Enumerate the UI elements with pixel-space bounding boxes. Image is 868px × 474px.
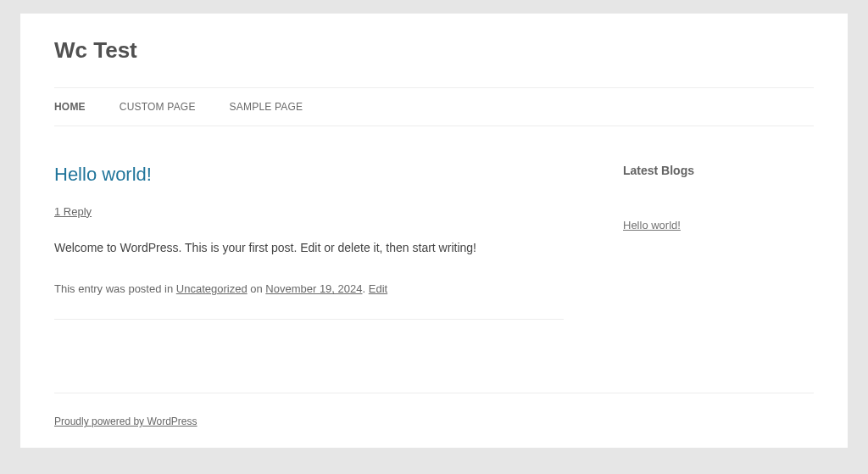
post-title-link[interactable]: Hello world! [54, 164, 152, 185]
widget-latest-blogs: Latest Blogs Hello world! [623, 164, 814, 235]
sidebar: Latest Blogs Hello world! [623, 164, 814, 325]
widget-title: Latest Blogs [623, 164, 814, 177]
post-meta-prefix: This entry was posted in [54, 282, 176, 295]
list-item: Hello world! [623, 216, 814, 235]
post-date-link[interactable]: November 19, 2024 [265, 282, 362, 295]
post-meta-period: . [363, 282, 369, 295]
post-meta-on: on [248, 282, 266, 295]
site-body: Hello world! 1 Reply Welcome to WordPres… [54, 126, 814, 325]
site-title: Wc Test [54, 37, 814, 87]
site-header: Wc Test Home Custom Page Sample Page [54, 14, 814, 126]
post-edit-link[interactable]: Edit [369, 282, 387, 295]
post-body: Welcome to WordPress. This is your first… [54, 238, 564, 259]
nav-link-sample-page[interactable]: Sample Page [213, 88, 320, 125]
post-footer-rule [54, 319, 564, 320]
main-nav: Home Custom Page Sample Page [54, 87, 814, 126]
post-comments: 1 Reply [54, 205, 564, 218]
nav-link-home[interactable]: Home [54, 88, 103, 125]
page-wrapper: Wc Test Home Custom Page Sample Page Hel… [20, 14, 848, 448]
post-comments-link[interactable]: 1 Reply [54, 205, 92, 218]
post: Hello world! 1 Reply Welcome to WordPres… [54, 164, 564, 320]
widget-list: Hello world! [623, 216, 814, 235]
latest-blog-link[interactable]: Hello world! [623, 219, 681, 231]
nav-item-home[interactable]: Home [54, 88, 103, 125]
main-content: Hello world! 1 Reply Welcome to WordPres… [54, 164, 564, 325]
nav-item-sample-page[interactable]: Sample Page [213, 88, 320, 125]
post-category-link[interactable]: Uncategorized [176, 282, 248, 295]
post-meta: This entry was posted in Uncategorized o… [54, 278, 564, 300]
nav-item-custom-page[interactable]: Custom Page [103, 88, 213, 125]
footer-credit-link[interactable]: Proudly powered by WordPress [54, 415, 198, 427]
site-title-link[interactable]: Wc Test [54, 37, 137, 63]
nav-link-custom-page[interactable]: Custom Page [103, 88, 213, 125]
post-title: Hello world! [54, 164, 564, 186]
site-footer: Proudly powered by WordPress [54, 393, 814, 448]
